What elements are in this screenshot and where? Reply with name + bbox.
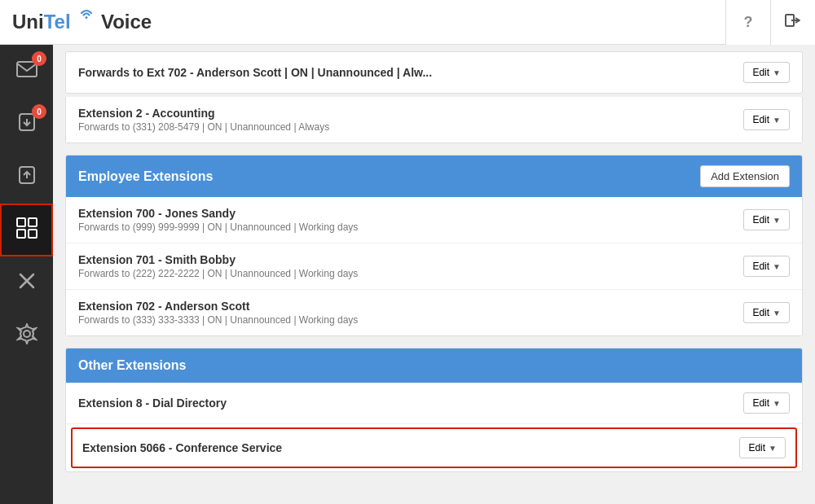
top-partial-edit-caret: ▼	[773, 68, 781, 77]
sidebar: 0 0	[0, 45, 53, 504]
app-header: UniTel Voice ?	[0, 0, 815, 45]
table-row: Extension 8 - Dial Directory Edit ▼	[66, 383, 802, 424]
table-row: Extension 702 - Anderson Scott Forwards …	[66, 290, 802, 335]
ext-700-title: Extension 700 - Jones Sandy	[78, 207, 358, 220]
ext-701-title: Extension 701 - Smith Bobby	[78, 253, 358, 266]
top-partial-info: Forwards to Ext 702 - Anderson Scott | O…	[78, 66, 432, 79]
employee-section-header: Employee Extensions Add Extension	[66, 156, 802, 197]
sidebar-item-tools[interactable]	[0, 256, 53, 309]
ext-702-title: Extension 702 - Anderson Scott	[78, 300, 358, 313]
other-extensions-section: Other Extensions Extension 8 - Dial Dire…	[65, 348, 803, 472]
svg-point-14	[24, 331, 30, 337]
logo-voice: Voice	[101, 11, 152, 33]
extension2-title: Extension 2 - Accounting	[78, 107, 329, 120]
ext-700-edit-caret: ▼	[773, 216, 781, 225]
ext-700-subtitle: Forwards to (999) 999-9999 | ON | Unanno…	[78, 221, 358, 233]
employee-extensions-list: Extension 700 - Jones Sandy Forwards to …	[66, 197, 802, 335]
ext-701-edit-button[interactable]: Edit ▼	[743, 256, 790, 277]
dial-in-badge: 0	[32, 104, 46, 119]
top-partial-edit-button[interactable]: Edit ▼	[743, 62, 790, 83]
svg-rect-11	[29, 230, 37, 238]
gear-icon	[16, 323, 37, 349]
add-extension-button[interactable]: Add Extension	[700, 165, 790, 187]
ext-702-edit-button[interactable]: Edit ▼	[743, 302, 790, 323]
sidebar-item-extensions[interactable]	[0, 204, 53, 256]
svg-rect-10	[17, 230, 25, 238]
table-row: Extension 701 - Smith Bobby Forwards to …	[66, 243, 802, 290]
svg-point-0	[86, 16, 88, 19]
sidebar-item-settings[interactable]	[0, 309, 53, 362]
logo-uni: Uni	[12, 11, 44, 33]
ext-8-title: Extension 8 - Dial Directory	[78, 397, 227, 410]
ext-701-edit-caret: ▼	[773, 262, 781, 271]
extension2-edit-caret: ▼	[773, 116, 781, 125]
dial-out-icon	[17, 165, 37, 190]
wifi-icon	[77, 7, 95, 19]
logout-icon	[784, 11, 802, 29]
employee-extensions-section: Employee Extensions Add Extension Extens…	[65, 155, 803, 336]
other-section-title: Other Extensions	[78, 358, 186, 373]
help-button[interactable]: ?	[725, 0, 770, 45]
content-area: Forwards to Ext 702 - Anderson Scott | O…	[53, 45, 815, 504]
ext-5066-edit-button[interactable]: Edit ▼	[739, 437, 786, 458]
messages-badge: 0	[32, 51, 46, 66]
tools-icon	[16, 270, 37, 296]
extension2-row: Extension 2 - Accounting Forwards to (33…	[65, 97, 803, 143]
ext-702-edit-caret: ▼	[773, 309, 781, 318]
ext-5066-edit-caret: ▼	[769, 444, 777, 453]
ext-702-subtitle: Forwards to (333) 333-3333 | ON | Unanno…	[78, 314, 358, 326]
logo-tel: Tel	[44, 11, 71, 33]
table-row: Extension 700 - Jones Sandy Forwards to …	[66, 197, 802, 243]
ext-8-edit-caret: ▼	[773, 399, 781, 408]
ext-8-edit-button[interactable]: Edit ▼	[743, 392, 790, 414]
extension2-edit-button[interactable]: Edit ▼	[743, 109, 790, 130]
ext-701-subtitle: Forwards to (222) 222-2222 | ON | Unanno…	[78, 268, 358, 279]
employee-section-title: Employee Extensions	[78, 169, 213, 184]
sidebar-item-dial-out[interactable]	[0, 151, 53, 204]
extension2-subtitle: Forwards to (331) 208-5479 | ON | Unanno…	[78, 121, 329, 133]
main-layout: 0 0	[0, 45, 815, 504]
logo: UniTel Voice	[12, 11, 152, 33]
logout-button[interactable]	[770, 0, 815, 45]
extension2-entry: Extension 2 - Accounting Forwards to (33…	[66, 97, 802, 142]
sidebar-item-dial-in[interactable]: 0	[0, 98, 53, 151]
other-section-header: Other Extensions	[66, 348, 802, 383]
svg-rect-9	[29, 218, 37, 226]
svg-rect-8	[17, 218, 25, 226]
top-partial-title: Forwards to Ext 702 - Anderson Scott | O…	[78, 66, 432, 79]
header-actions: ?	[725, 0, 815, 44]
ext-5066-title: Extension 5066 - Conference Service	[82, 441, 282, 454]
extensions-icon	[15, 217, 38, 244]
sidebar-item-messages[interactable]: 0	[0, 45, 53, 98]
other-extensions-list: Extension 8 - Dial Directory Edit ▼ Exte…	[66, 383, 802, 468]
ext-700-edit-button[interactable]: Edit ▼	[743, 209, 790, 230]
top-partial-row: Forwards to Ext 702 - Anderson Scott | O…	[65, 51, 803, 94]
table-row: Extension 5066 - Conference Service Edit…	[71, 427, 797, 468]
